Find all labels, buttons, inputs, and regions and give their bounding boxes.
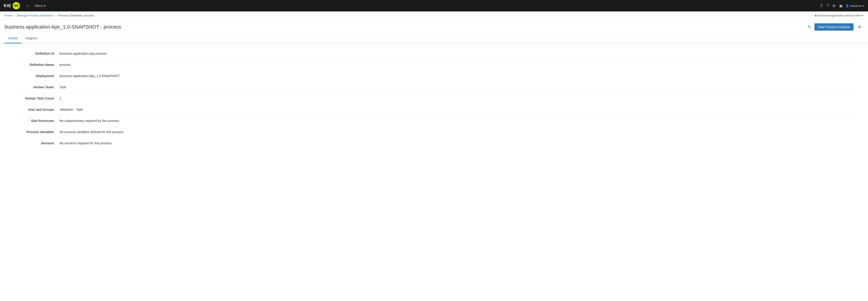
detail-value-8: No services required for this process xyxy=(60,141,859,145)
user-menu[interactable]: 👤 wbadmin ▾ xyxy=(845,4,864,7)
nav-icons: ⠿ ? ⚙ ▣ xyxy=(820,4,843,8)
server-selector[interactable]: business-application-service-dev ▾ xyxy=(815,14,863,17)
detail-value-0: business-application-kjar.process xyxy=(60,52,859,55)
detail-value-4: 1 xyxy=(60,97,859,100)
close-button[interactable]: ✕ xyxy=(856,23,863,31)
breadcrumb-manage[interactable]: Manage Process Definitions xyxy=(17,14,54,17)
help-icon[interactable]: ? xyxy=(827,4,829,8)
detail-row: User and Groups'wbadmin' - Task xyxy=(9,104,859,115)
kie-text: KIE xyxy=(4,3,11,8)
detail-label-5: User and Groups xyxy=(9,108,60,111)
detail-label-7: Process Variables xyxy=(9,130,60,134)
detail-label-2: Deployment xyxy=(9,74,60,78)
detail-row: ServicesNo services required for this pr… xyxy=(9,138,859,149)
tab-details[interactable]: Details xyxy=(5,34,22,43)
home-icon[interactable]: ⌂ xyxy=(25,3,30,9)
server-chevron-icon: ▾ xyxy=(862,14,863,17)
top-navigation: KIE IDE ⌂ Menu ▾ ⠿ ? ⚙ ▣ 👤 wbadmin ▾ xyxy=(0,0,868,11)
details-content: Definition Idbusiness-application-kjar.p… xyxy=(0,43,868,153)
breadcrumb: Home » Manage Process Definitions » Proc… xyxy=(0,11,868,20)
detail-label-1: Definition Name xyxy=(9,63,60,67)
kie-logo: KIE IDE xyxy=(4,2,20,9)
user-chevron-icon: ▾ xyxy=(863,4,864,7)
server-name: business-application-service-dev xyxy=(818,14,861,17)
page-header: business-application-kjar_1.0-SNAPSHOT -… xyxy=(0,20,868,34)
settings-icon[interactable]: ⚙ xyxy=(832,4,836,8)
detail-value-1: process xyxy=(60,63,859,67)
detail-label-3: Human Tasks xyxy=(9,85,60,89)
grid-icon[interactable]: ⠿ xyxy=(820,4,823,8)
breadcrumb-current: Process Definition: process xyxy=(58,14,94,17)
menu-button[interactable]: Menu ▾ xyxy=(33,3,48,8)
detail-row: Human TasksTask xyxy=(9,82,859,93)
detail-row: Deploymentbusiness-application-kjar_1.0-… xyxy=(9,70,859,82)
user-icon: 👤 xyxy=(845,4,849,7)
detail-row: Human Task Count1 xyxy=(9,93,859,104)
ide-badge: IDE xyxy=(12,2,20,9)
refresh-button[interactable]: ↻ xyxy=(807,24,812,30)
user-name: wbadmin xyxy=(850,4,862,7)
detail-label-4: Human Task Count xyxy=(9,97,60,100)
detail-value-5: 'wbadmin' - Task xyxy=(60,108,859,111)
header-actions: ↻ New Process Instance ✕ xyxy=(807,23,863,31)
server-status-dot xyxy=(815,14,817,16)
tab-diagram[interactable]: Diagram xyxy=(22,34,41,43)
new-process-instance-button[interactable]: New Process Instance xyxy=(814,23,854,31)
breadcrumb-sep-1: » xyxy=(14,14,16,17)
detail-row: Sub ProcessesNo subprocesses required by… xyxy=(9,115,859,127)
detail-value-3: Task xyxy=(60,85,859,89)
detail-label-8: Services xyxy=(9,141,60,145)
breadcrumb-sep-2: » xyxy=(55,14,57,17)
breadcrumb-home[interactable]: Home xyxy=(5,14,12,17)
detail-row: Definition Idbusiness-application-kjar.p… xyxy=(9,48,859,59)
page-title: business-application-kjar_1.0-SNAPSHOT -… xyxy=(5,24,807,30)
detail-value-2: business-application-kjar_1.0-SNAPSHOT xyxy=(60,74,859,78)
monitor-icon[interactable]: ▣ xyxy=(839,4,843,8)
detail-row: Definition Nameprocess xyxy=(9,59,859,70)
detail-row: Process VariablesNo process variables de… xyxy=(9,127,859,138)
detail-label-6: Sub Processes xyxy=(9,119,60,123)
detail-value-7: No process variables defined for this pr… xyxy=(60,130,859,134)
detail-label-0: Definition Id xyxy=(9,52,60,55)
menu-chevron-icon: ▾ xyxy=(44,4,45,7)
detail-value-6: No subprocesses required by this process xyxy=(60,119,859,123)
tab-bar: Details Diagram xyxy=(0,34,868,43)
